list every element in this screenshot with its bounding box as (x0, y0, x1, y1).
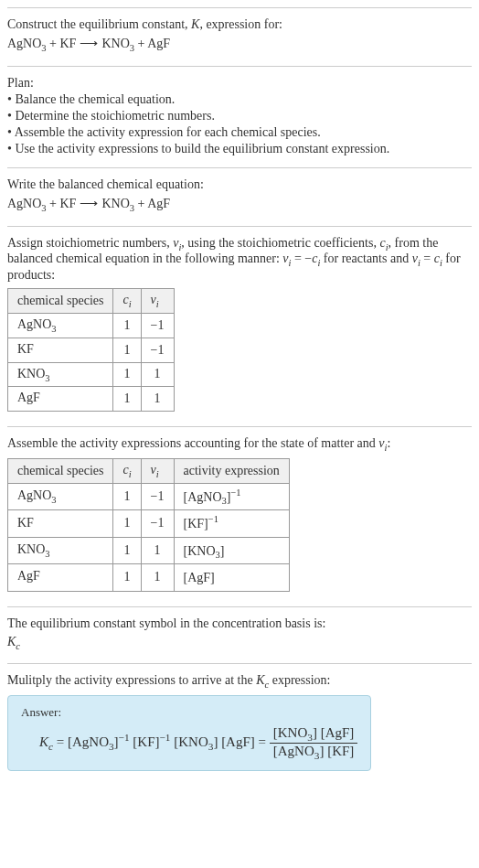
th-activity: activity expression (174, 458, 289, 483)
plan-item: • Determine the stoichiometric numbers. (7, 109, 472, 123)
table-row: KNO3 1 1 (8, 362, 175, 387)
balanced-heading: Write the balanced chemical equation: (7, 177, 472, 192)
balanced-section: Write the balanced chemical equation: Ag… (7, 167, 472, 226)
n1: [KNO (273, 725, 308, 740)
td-activity: [AgNO3]−1 (174, 483, 289, 509)
e2: −1 (160, 732, 171, 743)
balanced-equation: AgNO3 + KF⟶KNO3 + AgF (7, 196, 472, 213)
activity-table: chemical species ci νi activity expressi… (7, 458, 290, 592)
table-header-row: chemical species ci νi activity expressi… (8, 458, 290, 483)
td-ci: 1 (113, 483, 141, 509)
nui-i: i (156, 469, 159, 479)
product-1: KNO (101, 197, 129, 210)
td-ci: 1 (113, 564, 141, 591)
kc-c: c (16, 640, 20, 650)
td-activity: [KNO3] (174, 537, 289, 563)
activity-section: Assemble the activity expressions accoun… (7, 426, 472, 605)
stoich-section: Assign stoichiometric numbers, νi, using… (7, 226, 472, 427)
intro-prompt2: , expression for: (199, 17, 282, 31)
sp: AgNO (17, 488, 51, 502)
kc-expression: Kc = [AgNO3]−1 [KF]−1 [KNO3] [AgF] = [KN… (21, 725, 357, 761)
a: [AgF (184, 571, 211, 584)
reactant-1: AgNO (7, 197, 41, 210)
plan-heading: Plan: (7, 76, 472, 91)
answer-label: Answer: (21, 705, 357, 720)
intro-text: Construct the equilibrium constant, K, e… (7, 17, 472, 32)
table-row: KF 1 −1 [KF]−1 (8, 510, 290, 537)
e1: −1 (119, 732, 130, 743)
td-nui: 1 (141, 537, 174, 563)
td-activity: [KF]−1 (174, 510, 289, 537)
stoich-table: chemical species ci νi AgNO3 1 −1 KF 1 −… (7, 288, 175, 412)
eq2: = (255, 734, 270, 749)
sp: KF (17, 342, 34, 356)
ab: ] (210, 571, 215, 584)
th-species: chemical species (8, 289, 113, 314)
td-ci: 1 (113, 362, 141, 387)
ae: −1 (208, 514, 218, 524)
td-species: KF (8, 510, 113, 537)
ci-i: i (129, 469, 132, 479)
act-h2: : (387, 436, 390, 450)
plus-2: + (134, 197, 147, 210)
td-species: KF (8, 338, 113, 362)
sp: KNO (17, 367, 45, 380)
nui-i: i (156, 299, 159, 309)
arrow: ⟶ (76, 197, 101, 210)
table-row: AgNO3 1 −1 [AgNO3]−1 (8, 483, 290, 509)
table-row: AgF 1 1 [AgF] (8, 564, 290, 591)
th-ci: ci (113, 289, 141, 314)
td-nui: 1 (141, 564, 174, 591)
td-species: KNO3 (8, 362, 113, 387)
lhs-k: K (39, 734, 48, 749)
kc-symbol: Kc (7, 635, 472, 651)
td-species: AgNO3 (8, 313, 113, 338)
t1: [AgNO (68, 734, 109, 749)
sp: KNO (17, 542, 45, 556)
stoich-t4: for reactants and (320, 252, 411, 265)
product-2: AgF (147, 197, 170, 210)
td-ci: 1 (113, 387, 141, 412)
a: [KNO (184, 543, 216, 557)
sp: AgF (17, 391, 40, 404)
td-species: AgF (8, 564, 113, 591)
reactant-1: AgNO (7, 37, 41, 50)
reactant-2: KF (60, 197, 77, 210)
plan-item: • Assemble the activity expression for e… (7, 125, 472, 140)
plus-1: + (47, 37, 60, 50)
product-1: KNO (101, 37, 129, 50)
answer-box: Answer: Kc = [AgNO3]−1 [KF]−1 [KNO3] [Ag… (7, 695, 371, 771)
th-nui: νi (141, 458, 174, 483)
answer-section: Mulitply the activity expressions to arr… (7, 663, 472, 780)
t4: [AgF] (218, 734, 254, 749)
a: [KF (184, 517, 205, 530)
kc-k: K (7, 635, 16, 648)
d1: [AgNO (273, 744, 314, 758)
a: [AgNO (184, 489, 222, 503)
td-nui: 1 (141, 387, 174, 412)
plan-item: • Use the activity expressions to build … (7, 142, 472, 156)
act-h1: Assemble the activity expressions accoun… (7, 436, 378, 450)
ab: ] (220, 543, 225, 557)
td-nui: 1 (141, 362, 174, 387)
intro-section: Construct the equilibrium constant, K, e… (7, 7, 472, 66)
sp-sub: 3 (51, 495, 56, 505)
td-nui: −1 (141, 338, 174, 362)
t3: [KNO (171, 734, 208, 749)
td-species: AgF (8, 387, 113, 412)
plus-2: + (134, 37, 147, 50)
sp: AgNO (17, 317, 51, 331)
activity-heading: Assemble the activity expressions accoun… (7, 436, 472, 453)
table-row: KNO3 1 1 [KNO3] (8, 537, 290, 563)
stoich-text: Assign stoichiometric numbers, νi, using… (7, 236, 472, 284)
sp: AgF (17, 569, 40, 583)
plus-1: + (47, 197, 60, 210)
reactant-2: KF (60, 37, 77, 50)
td-species: KNO3 (8, 537, 113, 563)
table-row: AgF 1 1 (8, 387, 175, 412)
mt1: Mulitply the activity expressions to arr… (7, 673, 256, 687)
td-nui: −1 (141, 510, 174, 537)
eq: = (53, 734, 68, 749)
arrow: ⟶ (76, 37, 101, 50)
kc-symbol-text: The equilibrium constant symbol in the c… (7, 616, 472, 631)
